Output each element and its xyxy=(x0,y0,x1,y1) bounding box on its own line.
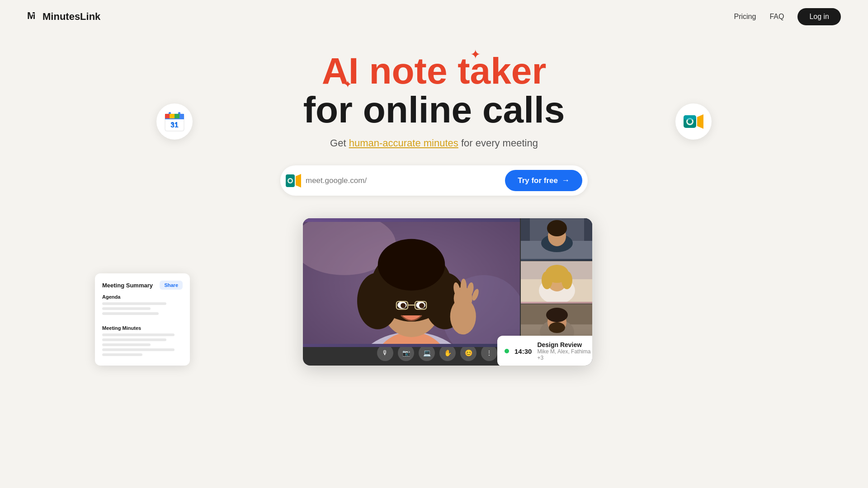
meeting-info: Design Review Mike M, Alex, Fathima M +3 xyxy=(537,341,592,361)
reactions-button[interactable]: 😊 xyxy=(460,345,476,361)
search-bar-section: Try for free → xyxy=(9,165,859,196)
demo-section: Meeting Summary Share Agenda Meeting Min… xyxy=(0,218,868,366)
camera-button[interactable]: 📷 xyxy=(398,345,414,361)
meeting-time: 14:30 xyxy=(514,347,532,355)
video-call-container: 🎙 📷 💻 ✋ 😊 ⋮ 📵 14:30 Design Review Mike M… xyxy=(303,218,592,366)
svg-point-21 xyxy=(289,179,292,182)
minutes-line-2 xyxy=(102,338,166,341)
sparkle-top-icon: ✦ xyxy=(470,47,481,62)
meeting-name: Design Review xyxy=(537,341,592,348)
hero-title-ai: AI note taker xyxy=(322,50,547,91)
svg-marker-17 xyxy=(697,114,703,129)
status-dot xyxy=(505,349,509,353)
svg-point-65 xyxy=(546,308,568,322)
logo-text: M xyxy=(27,9,40,24)
google-calendar-icon: 31 31 xyxy=(156,103,193,140)
svg-rect-12 xyxy=(179,114,184,118)
minutes-line-3 xyxy=(102,343,151,346)
summary-title: Meeting Summary xyxy=(102,282,153,289)
search-bar: Try for free → xyxy=(280,165,588,196)
svg-point-16 xyxy=(688,119,692,124)
minutes-line-4 xyxy=(102,348,175,351)
subtitle-highlight: human-accurate minutes xyxy=(349,137,458,149)
share-button[interactable]: Share xyxy=(160,281,183,290)
svg-rect-9 xyxy=(165,114,170,118)
url-input[interactable] xyxy=(306,176,505,185)
hand-raise-button[interactable]: ✋ xyxy=(439,345,456,361)
hero-title-rest: for online calls xyxy=(303,89,565,130)
video-grid xyxy=(303,218,592,340)
minutes-line-1 xyxy=(102,333,175,336)
hero-section: ✦ ✦ 31 31 xyxy=(0,33,868,196)
meeting-participants: Mike M, Alex, Fathima M +3 xyxy=(537,348,592,361)
svg-text:M: M xyxy=(27,10,35,21)
svg-rect-11 xyxy=(175,114,179,118)
logo-label: MinutesLink xyxy=(42,11,100,23)
agenda-line-1 xyxy=(102,302,166,305)
svg-point-59 xyxy=(542,271,552,289)
svg-point-45 xyxy=(461,279,467,296)
svg-marker-22 xyxy=(296,174,301,188)
sparkle-left-icon: ✦ xyxy=(344,79,352,90)
svg-text:31: 31 xyxy=(170,121,178,129)
google-meet-icon-float xyxy=(675,103,712,140)
faq-link[interactable]: FAQ xyxy=(769,13,784,21)
side-video-2 xyxy=(520,261,592,304)
meeting-notification: 14:30 Design Review Mike M, Alex, Fathim… xyxy=(497,336,592,366)
svg-point-66 xyxy=(549,322,565,333)
minutes-label: Meeting Minutes xyxy=(102,325,183,331)
agenda-label: Agenda xyxy=(102,294,183,300)
svg-point-53 xyxy=(547,220,567,236)
svg-point-38 xyxy=(419,303,424,308)
svg-rect-18 xyxy=(684,115,696,120)
subtitle-pre: Get xyxy=(330,137,349,149)
hero-title: AI note taker for online calls xyxy=(9,52,859,129)
svg-rect-10 xyxy=(170,114,175,118)
summary-header: Meeting Summary Share xyxy=(102,281,183,290)
hero-subtitle: Get human-accurate minutes for every mee… xyxy=(9,137,859,149)
logo: M MinutesLink xyxy=(27,9,100,24)
meet-icon-input xyxy=(286,173,301,188)
subtitle-post: for every meeting xyxy=(458,137,538,149)
side-videos xyxy=(520,218,592,347)
main-video xyxy=(303,218,520,347)
screen-share-button[interactable]: 💻 xyxy=(419,345,435,361)
side-video-1 xyxy=(520,218,592,261)
arrow-icon: → xyxy=(561,176,570,185)
more-options-button[interactable]: ⋮ xyxy=(481,345,497,361)
summary-panel: Meeting Summary Share Agenda Meeting Min… xyxy=(95,273,190,366)
agenda-line-2 xyxy=(102,307,151,310)
svg-point-34 xyxy=(378,239,445,291)
mute-button[interactable]: 🎙 xyxy=(377,345,393,361)
try-free-label: Try for free xyxy=(518,176,558,185)
navbar: M MinutesLink Pricing FAQ Log in xyxy=(0,0,868,33)
minutes-line-5 xyxy=(102,353,142,356)
nav-links: Pricing FAQ Log in xyxy=(734,8,841,25)
svg-point-37 xyxy=(401,303,406,308)
pricing-link[interactable]: Pricing xyxy=(734,13,756,21)
svg-point-60 xyxy=(561,271,572,289)
agenda-line-3 xyxy=(102,312,159,315)
login-button[interactable]: Log in xyxy=(797,8,841,25)
try-free-button[interactable]: Try for free → xyxy=(505,170,582,191)
